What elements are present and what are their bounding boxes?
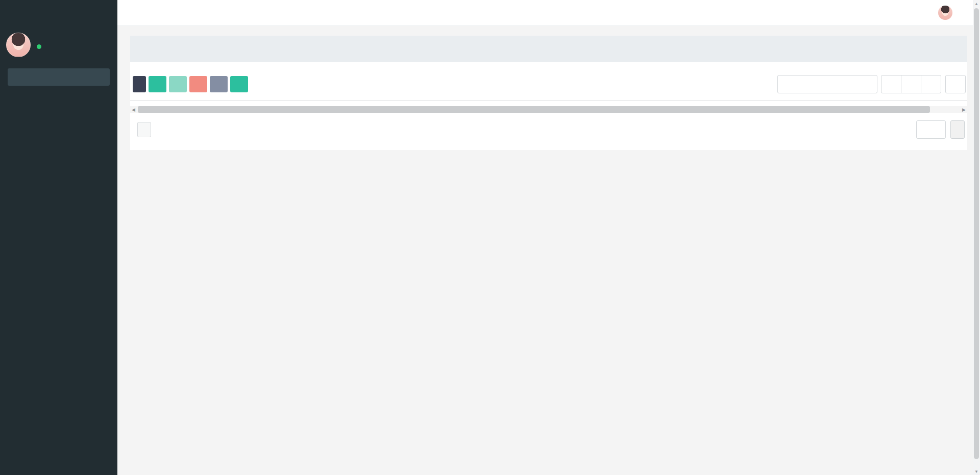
sidebar-toggle-button[interactable] — [117, 0, 142, 26]
status-tabs — [130, 36, 967, 62]
ops-column-header — [914, 100, 967, 101]
sidebar-search — [8, 68, 110, 86]
toolbar — [133, 75, 966, 93]
table-view-buttons — [881, 75, 941, 93]
toolbar-right — [777, 75, 966, 93]
table-search-input[interactable] — [777, 75, 877, 93]
delete-button[interactable] — [189, 76, 207, 92]
horizontal-scrollbar-thumb[interactable] — [138, 106, 930, 113]
sidebar — [0, 0, 117, 475]
advanced-search-button[interactable] — [945, 75, 966, 93]
export-dropdown-button[interactable] — [921, 75, 941, 93]
refresh-button[interactable] — [133, 76, 146, 92]
top-navbar — [117, 0, 980, 26]
batch-audit-button[interactable] — [210, 76, 228, 92]
edit-button[interactable] — [169, 76, 187, 92]
vertical-scrollbar-thumb[interactable] — [974, 8, 979, 459]
sidebar-search-input[interactable] — [8, 68, 110, 86]
navbar-right — [892, 0, 980, 26]
scroll-up-arrow-icon[interactable]: ▲ — [973, 0, 980, 7]
panel-body: ◀ ▶ — [130, 62, 967, 150]
vertical-scrollbar: ▲ ▼ — [973, 0, 980, 475]
main-content: ◀ ▶ — [117, 26, 980, 475]
admin-app: ◀ ▶ — [0, 0, 980, 475]
avatar — [6, 33, 31, 57]
page-jump-button[interactable] — [950, 120, 965, 139]
scroll-down-arrow-icon[interactable]: ▼ — [973, 468, 980, 475]
info-panel: ◀ ▶ — [130, 36, 967, 150]
pagination-row — [133, 120, 965, 139]
page-jump-input[interactable] — [916, 120, 946, 139]
scroll-left-arrow-icon[interactable]: ◀ — [130, 106, 137, 113]
data-table — [130, 100, 967, 101]
avatar — [938, 6, 952, 20]
horizontal-scrollbar: ◀ ▶ — [130, 106, 967, 113]
user-panel — [0, 26, 117, 62]
pagination-info — [133, 122, 156, 137]
scroll-right-arrow-icon[interactable]: ▶ — [961, 106, 967, 113]
online-dot-icon — [37, 44, 41, 49]
add-button[interactable] — [149, 76, 166, 92]
columns-dropdown-button[interactable] — [901, 75, 921, 93]
table-search — [777, 75, 877, 93]
user-menu[interactable] — [938, 6, 956, 20]
page-size-select[interactable] — [137, 122, 151, 137]
recycle-bin-button[interactable] — [230, 76, 248, 92]
toggle-view-button[interactable] — [881, 75, 901, 93]
app-title — [0, 0, 117, 26]
user-status — [37, 44, 45, 49]
